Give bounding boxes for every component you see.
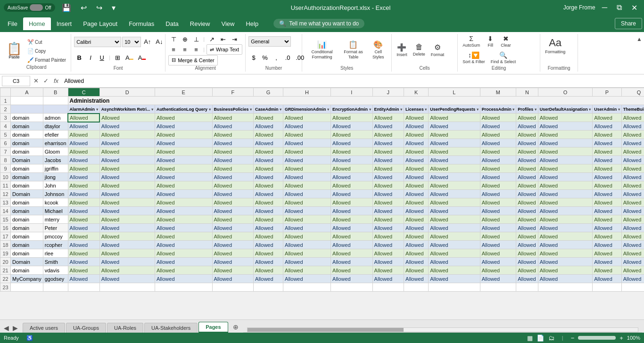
cell-l15[interactable]: Allowed <box>429 215 480 224</box>
cell-e19[interactable]: Allowed <box>155 249 213 258</box>
cell-a21[interactable]: domain <box>11 266 43 275</box>
cell-m5[interactable]: Allowed <box>480 131 516 139</box>
cell-q19[interactable]: Allowed <box>621 249 644 258</box>
cell-m9[interactable]: Allowed <box>480 164 516 173</box>
cell-f5[interactable]: Allowed <box>212 131 254 139</box>
cell-h21[interactable]: Allowed <box>283 266 331 275</box>
cell-j6[interactable]: Allowed <box>372 139 404 147</box>
cell-a11[interactable]: domain <box>11 181 43 190</box>
cell-e16[interactable]: Allowed <box>155 224 213 232</box>
col-header-n[interactable]: N <box>516 88 538 97</box>
cell-d9[interactable]: Allowed <box>99 164 155 173</box>
cell-f3[interactable]: Allowed <box>212 114 254 122</box>
cell-m13[interactable]: Allowed <box>480 198 516 207</box>
cell-h14[interactable]: Allowed <box>283 207 331 215</box>
cell-m8[interactable]: Allowed <box>480 156 516 164</box>
cell-n5[interactable]: Allowed <box>516 131 538 139</box>
cell-c13[interactable]: Allowed <box>68 198 99 207</box>
col-header-c[interactable]: C <box>68 88 99 97</box>
align-center-button[interactable]: ≡ <box>180 44 190 55</box>
cell-k6[interactable]: Allowed <box>404 139 429 147</box>
cell-c9[interactable]: Allowed <box>68 164 99 173</box>
cell-k9[interactable]: Allowed <box>404 164 429 173</box>
cell-g8[interactable]: Allowed <box>254 156 283 164</box>
cell-c18[interactable]: Allowed <box>68 241 99 249</box>
cell-l12[interactable]: Allowed <box>429 190 480 198</box>
cell-j2[interactable]: EntityAdmin ▾ <box>372 105 404 114</box>
cell-f17[interactable]: Allowed <box>212 232 254 241</box>
restore-button[interactable]: ⧉ <box>614 2 625 13</box>
cell-b6[interactable]: eharrison <box>43 139 68 147</box>
autosave-badge[interactable]: AutoSave Off <box>4 3 55 12</box>
cell-d7[interactable]: Allowed <box>99 147 155 156</box>
cell-o15[interactable]: Allowed <box>538 215 593 224</box>
cell-a15[interactable]: domain <box>11 215 43 224</box>
cell-k19[interactable]: Allowed <box>404 249 429 258</box>
col-header-j[interactable]: J <box>372 88 404 97</box>
tab-ua-groups[interactable]: UA-Groups <box>66 323 106 333</box>
cell-o13[interactable]: Allowed <box>538 198 593 207</box>
cell-o2[interactable]: UserDefaultAssignation ▾ <box>538 105 593 114</box>
cell-b20[interactable]: Smith <box>43 258 68 266</box>
cell-h13[interactable]: Allowed <box>283 198 331 207</box>
cell-e13[interactable]: Allowed <box>155 198 213 207</box>
cell-c4[interactable]: Allowed <box>68 122 99 131</box>
cell-e9[interactable]: Allowed <box>155 164 213 173</box>
cell-i6[interactable]: Allowed <box>331 139 373 147</box>
cell-l11[interactable]: Allowed <box>429 181 480 190</box>
cell-reference-input[interactable] <box>2 76 30 86</box>
undo-button[interactable]: ↩ <box>78 2 90 13</box>
cell-g18[interactable]: Allowed <box>254 241 283 249</box>
cell-d8[interactable]: Allowed <box>99 156 155 164</box>
col-header-q[interactable]: Q <box>621 88 644 97</box>
cell-p9[interactable]: Allowed <box>593 164 622 173</box>
orientation-button[interactable]: ↗ <box>206 34 217 44</box>
cell-i4[interactable]: Allowed <box>331 122 373 131</box>
cell-q22[interactable]: Allowed <box>621 275 644 283</box>
cell-q6[interactable]: Allowed <box>621 139 644 147</box>
cell-i22[interactable]: Allowed <box>331 275 373 283</box>
tab-ua-stakeholders[interactable]: UA-Stakeholders <box>144 323 198 333</box>
cell-d11[interactable]: Allowed <box>99 181 155 190</box>
cell-c1[interactable]: Administration <box>68 97 644 105</box>
cell-j18[interactable]: Allowed <box>372 241 404 249</box>
copy-button[interactable]: 📄 Copy <box>25 47 68 55</box>
cell-f21[interactable]: Allowed <box>212 266 254 275</box>
cell-f10[interactable]: Allowed <box>212 173 254 181</box>
cell-f8[interactable]: Allowed <box>212 156 254 164</box>
merge-center-button[interactable]: ⊟ Merge & Center <box>168 55 218 65</box>
cell-p2[interactable]: UserAdmin ▾ <box>593 105 622 114</box>
conditional-formatting-button[interactable]: 📊 Conditional Formatting <box>305 39 339 61</box>
cell-m6[interactable]: Allowed <box>480 139 516 147</box>
cell-g11[interactable]: Allowed <box>254 181 283 190</box>
sheet-left-button[interactable]: ◀ <box>2 323 11 333</box>
cell-a22[interactable]: MyCompany <box>11 275 43 283</box>
cell-l19[interactable]: Allowed <box>429 249 480 258</box>
cell-q16[interactable]: Allowed <box>621 224 644 232</box>
cell-m20[interactable]: Allowed <box>480 258 516 266</box>
cell-n19[interactable]: Allowed <box>516 249 538 258</box>
cell-i9[interactable]: Allowed <box>331 164 373 173</box>
cell-q10[interactable]: Allowed <box>621 173 644 181</box>
cell-l8[interactable]: Allowed <box>429 156 480 164</box>
cell-m12[interactable]: Allowed <box>480 190 516 198</box>
cell-c12[interactable]: Allowed <box>68 190 99 198</box>
cell-i18[interactable]: Allowed <box>331 241 373 249</box>
cell-c11[interactable]: Allowed <box>68 181 99 190</box>
cell-o19[interactable]: Allowed <box>538 249 593 258</box>
normal-view-button[interactable]: ▦ <box>527 335 533 342</box>
cell-d21[interactable]: Allowed <box>99 266 155 275</box>
cell-q23[interactable] <box>621 283 644 292</box>
cell-o18[interactable]: Allowed <box>538 241 593 249</box>
cell-g20[interactable]: Allowed <box>254 258 283 266</box>
cell-g12[interactable]: Allowed <box>254 190 283 198</box>
cell-o14[interactable]: Allowed <box>538 207 593 215</box>
cell-c20[interactable]: Allowed <box>68 258 99 266</box>
cell-a8[interactable]: Domain <box>11 156 43 164</box>
cell-d6[interactable]: Allowed <box>99 139 155 147</box>
ribbon-expand[interactable]: ▲ <box>636 34 642 42</box>
col-header-m[interactable]: M <box>480 88 516 97</box>
cell-i19[interactable]: Allowed <box>331 249 373 258</box>
cell-f4[interactable]: Allowed <box>212 122 254 131</box>
cell-g21[interactable]: Allowed <box>254 266 283 275</box>
